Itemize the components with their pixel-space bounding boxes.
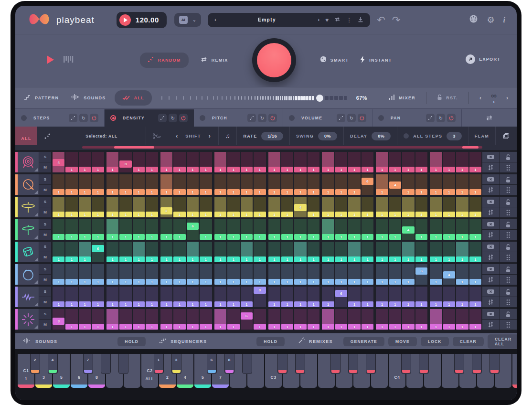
track-drag-dots-icon[interactable] (500, 185, 517, 195)
step-cell[interactable]: 1 (146, 242, 158, 262)
step-value-1[interactable]: 1 (241, 301, 253, 307)
step-value-1[interactable]: 1 (443, 234, 455, 240)
step-value-1[interactable]: 1 (456, 212, 468, 217)
track-lock-icon[interactable] (500, 197, 517, 207)
tab-pitch[interactable]: PITCH ↻ (194, 109, 283, 127)
step-cell[interactable]: 1 (200, 174, 212, 195)
export-button[interactable]: EXPORT (466, 54, 500, 64)
step-value-1[interactable]: 1 (322, 279, 334, 285)
power-icon[interactable] (358, 114, 366, 122)
step-value-1[interactable]: 1 (443, 212, 455, 217)
step-value-1[interactable]: 1 (254, 279, 266, 285)
step-value-1[interactable]: 1 (469, 189, 481, 195)
step-cell[interactable]: 1 (92, 174, 104, 195)
s-row-label[interactable]: S (39, 287, 51, 297)
step-cell[interactable]: 1 (106, 197, 118, 217)
step-value-1[interactable]: 1 (133, 256, 145, 262)
step-cell[interactable]: 1 (106, 219, 118, 240)
step-cell[interactable]: 1 (335, 152, 347, 172)
step-value-1[interactable]: 1 (119, 301, 131, 307)
step-cell[interactable]: 6 (335, 287, 347, 307)
step-cell[interactable]: 1 (402, 152, 414, 172)
step-value-1[interactable]: 1 (376, 256, 388, 262)
step-value-1[interactable]: 1 (281, 301, 293, 307)
step-value-1[interactable]: 1 (92, 167, 104, 172)
step-cell[interactable]: 1 (415, 174, 427, 195)
step-value-1[interactable]: 1 (241, 167, 253, 172)
step-cell[interactable]: 1 (79, 152, 91, 172)
step-value-1[interactable]: 1 (456, 167, 468, 172)
track-mute-icon[interactable] (482, 287, 500, 297)
track-lock-icon[interactable] (500, 309, 517, 319)
step-cell[interactable]: 1 (106, 242, 118, 262)
step-cell[interactable]: 1 (53, 197, 64, 217)
favorite-heart-icon[interactable]: ♥ (325, 17, 329, 23)
step-cell[interactable]: 1 (308, 242, 319, 262)
step-cell[interactable]: 1 (402, 287, 414, 307)
step-cell[interactable]: 1 (133, 219, 145, 240)
step-value-1[interactable]: 1 (254, 234, 266, 240)
step-value-1[interactable]: 1 (443, 189, 455, 195)
black-key[interactable] (277, 354, 287, 374)
step-cell[interactable]: 1 (322, 309, 334, 330)
step-value-1[interactable]: 1 (241, 189, 253, 195)
step-cell[interactable]: 1 (348, 287, 360, 307)
step-cell[interactable]: 1 (308, 264, 319, 285)
step-cell[interactable]: 1 (227, 309, 239, 330)
tab-steps[interactable]: STEPS ↻ (15, 109, 105, 127)
step-value-1[interactable]: 1 (79, 189, 91, 195)
step-value-1[interactable]: 1 (160, 167, 172, 172)
step-value-1[interactable]: 1 (348, 234, 360, 240)
step-value-1[interactable]: 1 (65, 279, 77, 285)
step-cell[interactable]: 1 (415, 287, 427, 307)
step-value-1[interactable]: 1 (79, 234, 91, 240)
step-cell[interactable]: 1 (227, 197, 239, 217)
step-value-1[interactable]: 1 (430, 234, 442, 240)
step-cell[interactable]: 1 (227, 287, 239, 307)
step-value-1[interactable]: 1 (200, 189, 212, 195)
step-value-1[interactable]: 1 (469, 301, 481, 307)
step-cell[interactable]: 1 (362, 242, 373, 262)
step-value-1[interactable]: 1 (322, 234, 334, 240)
step-cell[interactable]: 1 (294, 242, 306, 262)
step-value-1[interactable]: 1 (308, 324, 319, 330)
preset-name[interactable]: Empty (222, 17, 312, 22)
step-cell[interactable]: 1 (200, 152, 212, 172)
slider-handle[interactable] (316, 95, 323, 102)
step-value-1[interactable]: 1 (376, 324, 388, 330)
generate-big-button[interactable] (252, 38, 296, 82)
step-value-1[interactable]: 1 (281, 212, 293, 217)
step-cell[interactable]: 1 (415, 309, 427, 330)
step-value-1[interactable]: 1 (254, 256, 266, 262)
step-value-1[interactable]: 1 (322, 301, 334, 307)
power-icon[interactable] (268, 114, 277, 122)
kebab-menu-icon[interactable]: ⋮ (346, 17, 352, 23)
step-cell[interactable]: 6 (92, 242, 104, 262)
step-cell[interactable]: 1 (214, 264, 226, 285)
step-cell[interactable]: 8 (254, 287, 266, 307)
step-value-1[interactable]: 1 (227, 212, 239, 217)
step-cell[interactable]: 1 (335, 264, 347, 285)
step-value-1[interactable]: 1 (92, 324, 104, 330)
step-value-1[interactable]: 1 (415, 256, 427, 262)
step-value-1[interactable]: 1 (241, 279, 253, 285)
step-value-1[interactable]: 1 (376, 212, 388, 217)
flam-control[interactable]: FLAM (468, 134, 495, 139)
step-cell[interactable]: 1 (146, 287, 158, 307)
step-value-6[interactable]: 6 (335, 290, 347, 297)
step-value-1[interactable]: 1 (173, 212, 185, 217)
step-cell[interactable]: 1 (200, 264, 212, 285)
kick-drum-icon[interactable] (18, 152, 39, 172)
step-cell[interactable]: 1 (281, 174, 293, 195)
step-value-1[interactable]: 1 (335, 167, 347, 172)
black-key[interactable] (330, 354, 340, 374)
crash-cymbal-icon[interactable] (18, 219, 39, 240)
copy-icon[interactable] (503, 133, 509, 139)
step-cell[interactable]: 1 (160, 219, 172, 240)
step-cell[interactable]: 1 (308, 309, 319, 330)
black-key[interactable] (348, 354, 358, 374)
cut-scissors-icon[interactable] (146, 133, 168, 139)
step-cell[interactable]: 6 (362, 174, 373, 195)
sounds-hold-button[interactable]: HOLD (117, 337, 146, 346)
step-value-1[interactable]: 1 (348, 324, 360, 330)
